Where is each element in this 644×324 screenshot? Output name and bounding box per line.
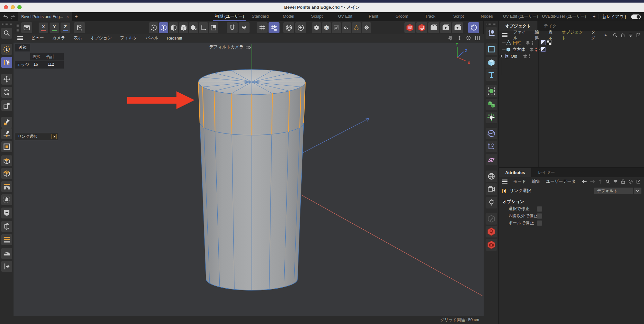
add-camera-icon[interactable]: [486, 183, 497, 195]
attr-menu-edit[interactable]: 編集: [532, 179, 540, 184]
polygon-pen-tool-icon[interactable]: [1, 141, 12, 152]
visibility-dots[interactable]: [535, 48, 537, 51]
add-effector-icon[interactable]: [486, 112, 497, 123]
hex-auto-icon[interactable]: A: [322, 22, 331, 33]
redshift-renderview-icon[interactable]: RV: [404, 22, 415, 33]
tab-attributes[interactable]: Attributes: [499, 168, 531, 177]
viewport-filter-search-icon[interactable]: [1, 28, 12, 39]
checkbox-stop-at-non-quad[interactable]: [537, 213, 542, 219]
redo-icon[interactable]: [9, 12, 15, 21]
workplane-mode-icon[interactable]: [209, 22, 218, 33]
viewport-canvas[interactable]: Y Z X 透視 デフォルトカメラ 選択合計 エッジ16112 リング選択: [14, 42, 484, 316]
render-active-view-icon[interactable]: [428, 22, 439, 33]
layout-tab-groom[interactable]: Groom: [388, 12, 416, 21]
om-hamburger-icon[interactable]: [502, 33, 507, 37]
viewport-menu-view[interactable]: ビュー: [31, 35, 44, 41]
edge-cut-tool-icon[interactable]: [1, 128, 12, 139]
add-cloner-icon[interactable]: [486, 99, 497, 110]
phong-tag-icon[interactable]: [541, 47, 545, 52]
add-spline-icon[interactable]: [486, 43, 497, 55]
iron-tool-icon[interactable]: [1, 248, 12, 259]
material-editor-icon[interactable]: [486, 213, 497, 225]
palette-drag-handle[interactable]: [2, 23, 12, 25]
live-selection-tool-icon[interactable]: [1, 44, 12, 55]
add-field-icon[interactable]: [486, 141, 497, 152]
retopo-icon[interactable]: [352, 22, 361, 33]
phong-tag-icon[interactable]: [541, 40, 545, 45]
tab-layer[interactable]: レイヤー: [531, 168, 561, 177]
layout-tab-uvedit-user[interactable]: UV Edit (ユーザー): [501, 12, 540, 21]
object-row-old[interactable]: Old: [499, 53, 644, 60]
object-row-cube[interactable]: 立方体 ✓: [499, 46, 644, 53]
object-mode-icon[interactable]: [189, 22, 198, 33]
settings-gear-icon[interactable]: [362, 22, 371, 33]
lock-y-button[interactable]: Y: [50, 23, 59, 33]
isoline-toggle-icon[interactable]: [332, 22, 341, 33]
preset-dropdown[interactable]: デフォルト: [594, 188, 641, 194]
snap-settings-gear-icon[interactable]: [239, 22, 250, 33]
checkbox-stop-at-selection[interactable]: [537, 206, 542, 212]
visibility-dots[interactable]: [529, 54, 530, 58]
layout-lock-toggle[interactable]: [631, 14, 641, 19]
tweak-options-icon[interactable]: [342, 22, 351, 33]
extrude-tool-icon[interactable]: [1, 155, 12, 166]
lock-x-button[interactable]: X: [39, 23, 48, 33]
object-row-cylinder[interactable]: 円柱: [499, 39, 644, 46]
attr-detach-icon[interactable]: [636, 179, 641, 184]
add-text-icon[interactable]: [486, 69, 497, 81]
attr-search-icon[interactable]: [605, 179, 610, 184]
edge-slide-tool-icon[interactable]: [1, 261, 12, 272]
layout-tab-track[interactable]: Track: [416, 12, 444, 21]
layout-tab-uveditusr-user[interactable]: UVEdit-User (ユーザー): [540, 12, 588, 21]
viewport-menu-panel[interactable]: パネル: [146, 35, 158, 41]
add-document-tab-button[interactable]: +: [72, 12, 80, 21]
grid-icon[interactable]: [257, 22, 268, 33]
polygons-mode-icon[interactable]: [169, 22, 178, 33]
magnet-tool-icon[interactable]: [1, 194, 12, 205]
cylinder-object[interactable]: [198, 69, 305, 290]
quantize-grid-lock-icon[interactable]: [269, 22, 279, 33]
attr-hamburger-icon[interactable]: [502, 180, 507, 184]
lock-z-button[interactable]: Z: [61, 23, 70, 33]
modeling-gear-icon[interactable]: [295, 22, 306, 33]
hex-point-icon[interactable]: [312, 22, 321, 33]
history-forward-icon[interactable]: [590, 179, 595, 184]
add-generator-icon[interactable]: [486, 85, 497, 97]
selection-tag-icon[interactable]: [547, 40, 552, 45]
ring-selection-tool-icon[interactable]: [1, 57, 12, 68]
camera-label[interactable]: デフォルトカメラ: [209, 44, 251, 50]
om-detach-icon[interactable]: [636, 33, 641, 38]
model-mode-icon[interactable]: [179, 22, 188, 33]
attr-track-icon[interactable]: [628, 179, 633, 184]
create-point-tool-icon[interactable]: [1, 117, 12, 128]
layout-tab-uvedit[interactable]: UV Edit: [331, 12, 359, 21]
viewport-menu-options[interactable]: オプション: [90, 35, 112, 41]
object-name[interactable]: 立方体: [513, 47, 525, 52]
layout-tab-paint[interactable]: Paint: [359, 12, 388, 21]
document-tab[interactable]: Bevel Points and Edg... ×: [18, 12, 72, 21]
redshift-camera-icon[interactable]: [486, 239, 497, 251]
attr-filter-icon[interactable]: [613, 179, 618, 184]
layout-tab-sculpt[interactable]: Sculpt: [303, 12, 331, 21]
layout-tab-script[interactable]: Script: [444, 12, 473, 21]
attr-lock-icon[interactable]: [621, 179, 625, 184]
add-environment-icon[interactable]: [486, 171, 497, 182]
modeling-settings-icon[interactable]: [283, 22, 294, 33]
bridge-tool-icon[interactable]: [1, 181, 12, 192]
toolbar-drag-handle[interactable]: [15, 23, 19, 32]
redshift-light-icon[interactable]: [486, 226, 497, 237]
new-layout-label[interactable]: 新レイアウト: [602, 14, 628, 20]
object-name[interactable]: Old: [511, 54, 517, 59]
viewport-hamburger-icon[interactable]: [17, 36, 23, 40]
edges-mode-icon[interactable]: [159, 22, 168, 33]
attr-menu-userdata[interactable]: ユーザーデータ: [546, 179, 576, 184]
add-volume-icon[interactable]: [486, 154, 497, 165]
visibility-dots[interactable]: [532, 41, 533, 45]
history-back-icon[interactable]: [582, 179, 587, 184]
bevel-tool-icon[interactable]: [1, 221, 12, 232]
rotate-tool-icon[interactable]: [1, 87, 12, 98]
om-filter-icon[interactable]: [628, 33, 633, 38]
options-section-header[interactable]: オプション: [503, 199, 524, 205]
loop-cut-tool-icon[interactable]: [1, 234, 12, 245]
coordinate-system-icon[interactable]: [74, 22, 85, 33]
